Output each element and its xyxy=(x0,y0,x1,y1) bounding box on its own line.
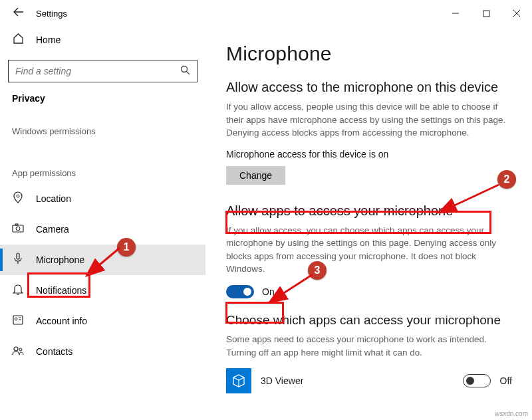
location-icon xyxy=(12,191,24,206)
svg-point-2 xyxy=(182,66,188,72)
main-panel: Microphone Allow access to the microphon… xyxy=(206,27,532,420)
notifications-icon xyxy=(12,284,24,298)
sidebar-item-label: Camera xyxy=(36,224,69,235)
nav-home[interactable]: Home xyxy=(0,27,205,53)
window-title: Settings xyxy=(36,9,67,19)
sidebar-item-label: Notifications xyxy=(36,285,86,296)
titlebar: Settings xyxy=(0,0,532,27)
sidebar-item-camera[interactable]: Camera xyxy=(0,214,205,245)
home-icon xyxy=(12,33,24,47)
toggle-label: On xyxy=(262,286,275,297)
sidebar-section-header: Privacy xyxy=(0,93,205,104)
app-icon-3dviewer xyxy=(226,368,251,393)
allow-apps-description: If you allow access, you can choose whic… xyxy=(226,224,512,276)
svg-rect-8 xyxy=(17,253,19,259)
svg-line-3 xyxy=(187,72,190,75)
app-row-3dviewer: 3D Viewer Off xyxy=(226,368,512,393)
search-input[interactable] xyxy=(8,60,198,82)
minimize-icon xyxy=(452,9,460,17)
svg-point-11 xyxy=(15,318,17,320)
sidebar-item-location[interactable]: Location xyxy=(0,183,205,214)
search-icon xyxy=(180,65,190,77)
app-label: 3D Viewer xyxy=(261,375,303,386)
allow-apps-toggle[interactable] xyxy=(226,285,254,298)
toggle-label: Off xyxy=(500,375,512,386)
sidebar: Home Privacy Windows permissions App per… xyxy=(0,27,206,420)
svg-point-14 xyxy=(14,347,18,351)
back-button[interactable] xyxy=(5,7,32,19)
account-icon xyxy=(12,315,24,328)
search-field[interactable] xyxy=(15,66,180,76)
group-windows-permissions: Windows permissions xyxy=(0,126,205,136)
back-arrow-icon xyxy=(13,7,24,17)
microphone-icon xyxy=(12,253,24,267)
minimize-button[interactable] xyxy=(440,0,471,27)
allow-apps-heading: Allow apps to access your microphone xyxy=(226,203,512,219)
device-access-status: Microphone access for this device is on xyxy=(226,149,512,159)
close-icon xyxy=(513,9,521,17)
page-title: Microphone xyxy=(226,43,512,65)
svg-rect-7 xyxy=(15,224,18,225)
camera-icon xyxy=(12,223,24,235)
sidebar-item-label: Account info xyxy=(36,316,87,326)
choose-apps-heading: Choose which apps can access your microp… xyxy=(226,313,512,328)
sidebar-item-label: Contacts xyxy=(36,346,72,357)
svg-point-15 xyxy=(19,348,22,351)
group-app-permissions: App permissions xyxy=(0,168,205,178)
sidebar-item-contacts[interactable]: Contacts xyxy=(0,336,205,367)
sidebar-item-microphone[interactable]: Microphone xyxy=(0,245,205,275)
sidebar-item-label: Location xyxy=(36,193,71,204)
svg-point-4 xyxy=(17,195,19,197)
nav-home-label: Home xyxy=(36,35,61,45)
allow-device-heading: Allow access to the microphone on this d… xyxy=(226,80,512,95)
svg-rect-1 xyxy=(483,11,489,17)
sidebar-item-account[interactable]: Account info xyxy=(0,306,205,336)
close-button[interactable] xyxy=(501,0,532,27)
change-button[interactable]: Change xyxy=(226,166,285,185)
svg-point-6 xyxy=(16,227,20,231)
watermark: wsxdn.com xyxy=(495,410,528,417)
maximize-button[interactable] xyxy=(471,0,501,27)
app-toggle-3dviewer[interactable] xyxy=(463,374,491,387)
sidebar-item-label: Microphone xyxy=(36,255,84,265)
maximize-icon xyxy=(483,10,490,17)
allow-device-description: If you allow access, people using this d… xyxy=(226,100,512,140)
contacts-icon xyxy=(12,346,24,358)
choose-apps-description: Some apps need to access your microphone… xyxy=(226,333,512,359)
sidebar-item-notifications[interactable]: Notifications xyxy=(0,275,205,306)
